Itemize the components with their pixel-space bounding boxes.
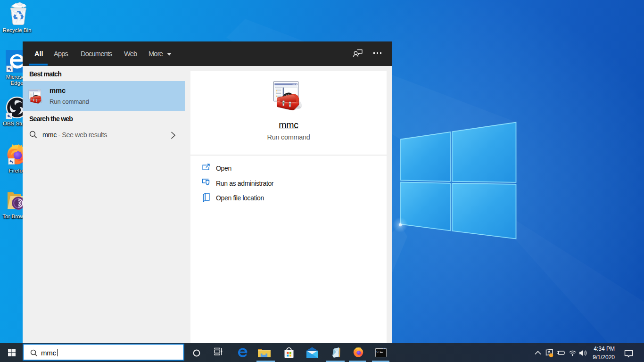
svg-text:C:\: C:\	[377, 350, 381, 354]
